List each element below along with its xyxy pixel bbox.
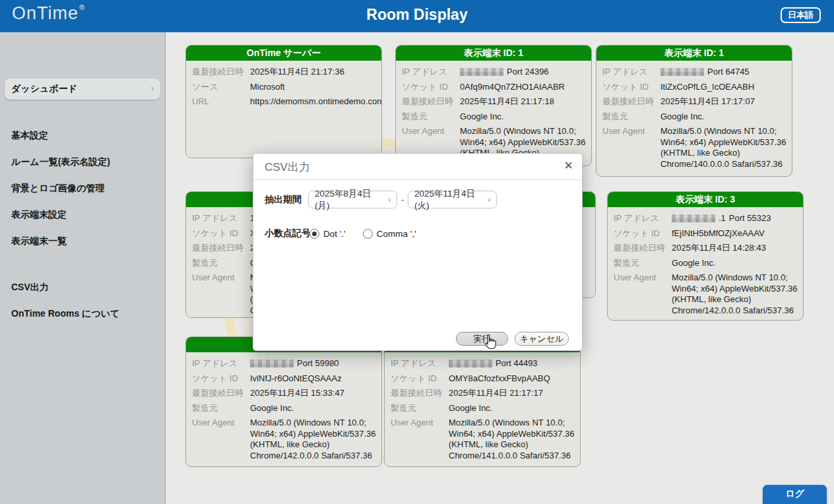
- user-agent-line: (KHTML, like Gecko): [449, 439, 575, 451]
- radio-dot[interactable]: [309, 229, 319, 239]
- field-value: Google Inc.: [660, 111, 705, 123]
- field-label: ソケット ID: [402, 82, 460, 93]
- card-field-row: IP アドレスPort 24396: [402, 67, 586, 78]
- date-to-select[interactable]: 2025年11月4日 (火) ∨: [408, 191, 497, 208]
- user-agent-line: Chrome/140.0.0.0 Safari/537.36: [660, 159, 786, 170]
- port-value: Port 64745: [707, 67, 750, 78]
- close-icon[interactable]: ×: [564, 157, 573, 174]
- card-field-row: User AgentMozilla/5.0 (Windows NT 10.0;W…: [614, 272, 798, 316]
- user-agent-line: Win64; x64) AppleWebKit/537.36: [460, 137, 586, 148]
- user-agent-line: Mozilla/5.0 (Windows NT 10.0;: [460, 126, 586, 137]
- field-label: User Agent: [602, 126, 660, 170]
- sidebar-item[interactable]: OnTime Rooms について: [11, 308, 119, 320]
- user-agent-line: Win64; x64) AppleWebKit/537.36: [250, 429, 376, 440]
- date-from-select[interactable]: 2025年8月4日 (月) ∨: [308, 191, 397, 208]
- field-label: 最新接続日時: [192, 388, 250, 399]
- csv-export-dialog: CSV出力 × 抽出期間 2025年8月4日 (月) ∨ - 2025年11月4…: [253, 153, 583, 351]
- user-agent-line: Chrome/142.0.0.0 Safari/537.36: [672, 305, 798, 317]
- field-value: Microsoft: [250, 82, 285, 93]
- sidebar-item[interactable]: 表示端末一覧: [11, 236, 67, 247]
- field-label: User Agent: [614, 272, 672, 316]
- card-field-row: User AgentMozilla/5.0 (Windows NT 10.0;W…: [602, 126, 786, 170]
- field-value: OMY8aCfozfxxFBvpAABQ: [449, 373, 550, 385]
- field-label: ソース: [192, 82, 250, 93]
- user-agent-line: (KHTML, like Gecko): [250, 439, 376, 451]
- field-value: 2025年11月4日 21:17:18: [460, 96, 554, 108]
- redacted-ip-block: [250, 360, 294, 367]
- field-label: IP アドレス: [391, 358, 449, 369]
- field-value: Port 44493: [449, 358, 538, 369]
- sidebar-item[interactable]: 基本設定: [11, 130, 48, 142]
- user-agent-line: Mozilla/5.0 (Windows NT 10.0;: [250, 418, 376, 429]
- status-card: 表示端末 ID: 1IP アドレスPort 64745ソケット IDItiZxC…: [596, 45, 792, 177]
- card-field-row: 製造元Google Inc.: [402, 111, 586, 123]
- sidebar-item[interactable]: 表示端末設定: [11, 209, 67, 221]
- field-label: 製造元: [391, 403, 449, 414]
- sidebar-item[interactable]: ルーム一覧(表示名設定): [11, 156, 110, 168]
- sidebar-item[interactable]: 背景とロゴ画像の管理: [11, 183, 104, 195]
- field-label: 製造元: [192, 258, 250, 269]
- field-label: User Agent: [391, 418, 449, 461]
- field-value: Google Inc.: [250, 403, 294, 414]
- card-body: 最新接続日時2025年11月4日 21:17:36ソースMicrosoftURL…: [186, 61, 381, 117]
- field-value: Mozilla/5.0 (Windows NT 10.0;Win64; x64)…: [449, 418, 575, 461]
- field-label: ソケット ID: [391, 373, 449, 385]
- port-value: Port 55323: [729, 213, 771, 224]
- card-title: OnTime サーバー: [186, 46, 381, 61]
- field-value: fEjINtH5bMfOZjXeAAAV: [672, 228, 765, 239]
- user-agent-line: Mozilla/5.0 (Windows NT 10.0;: [660, 126, 786, 137]
- field-label: ソケット ID: [614, 228, 672, 239]
- field-label: IP アドレス: [192, 358, 250, 369]
- card-field-row: IP アドレスPort 64745: [602, 67, 786, 78]
- card-field-row: User AgentMozilla/5.0 (Windows NT 10.0;W…: [192, 418, 376, 461]
- field-value: 0Afq9m4Qn7ZHO1AIAABR: [460, 82, 565, 93]
- radio-comma[interactable]: [363, 229, 373, 239]
- field-label: 最新接続日時: [402, 96, 460, 108]
- sidebar-item-selected[interactable]: ダッシュボード›: [5, 79, 160, 100]
- user-agent-line: Win64; x64) AppleWebKit/537.36: [672, 284, 798, 295]
- field-label: IP アドレス: [602, 67, 660, 78]
- card-field-row: 製造元Google Inc.: [192, 403, 376, 414]
- sidebar: ダッシュボード›基本設定ルーム一覧(表示名設定)背景とロゴ画像の管理表示端末設定…: [0, 32, 166, 504]
- redacted-ip-block: [660, 68, 704, 76]
- date-from-value: 2025年8月4日 (月): [315, 188, 387, 212]
- field-label: 製造元: [602, 111, 660, 123]
- field-value: Port 64745: [660, 67, 750, 78]
- language-button[interactable]: 日本語: [781, 7, 821, 23]
- card-field-row: ソケット IDIvlNfJ-r6OoNtEQSAAAz: [192, 373, 376, 385]
- cancel-button[interactable]: キャンセル: [515, 332, 569, 346]
- user-agent-line: (KHTML, like Gecko): [672, 294, 798, 305]
- field-value: 2025年11月4日 21:17:17: [449, 388, 543, 399]
- card-body: IP アドレスPort 24396ソケット ID0Afq9m4Qn7ZHO1AI…: [396, 61, 591, 166]
- sidebar-item[interactable]: CSV出力: [11, 282, 49, 294]
- card-field-row: ソケット IDItiZxCoPfLG_IcOEAABH: [602, 82, 786, 93]
- card-title: 表示端末 ID: 1: [596, 46, 792, 61]
- field-value: 2025年11月4日 17:17:07: [660, 96, 755, 108]
- redacted-ip-block: [460, 68, 503, 76]
- card-field-row: ソケット IDfEjINtH5bMfOZjXeAAAV: [614, 228, 798, 239]
- field-value: Google Inc.: [672, 258, 716, 269]
- dialog-title: CSV出力: [265, 160, 310, 175]
- date-range-separator: -: [401, 195, 404, 205]
- card-body: IP アドレスPort 64745ソケット IDItiZxCoPfLG_IcOE…: [596, 61, 792, 177]
- card-field-row: ソースMicrosoft: [192, 82, 376, 93]
- field-label: 最新接続日時: [391, 388, 449, 399]
- chevron-right-icon: ›: [150, 82, 154, 95]
- card-field-row: 最新接続日時2025年11月4日 21:17:18: [402, 96, 586, 108]
- card-field-row: ソケット ID0Afq9m4Qn7ZHO1AIAABR: [402, 82, 586, 93]
- card-body: IP アドレス.1Port 55323ソケット IDfEjINtH5bMfOZj…: [608, 207, 803, 321]
- log-button[interactable]: ログ: [763, 485, 827, 504]
- card-field-row: 製造元Google Inc.: [391, 403, 575, 414]
- field-label: User Agent: [192, 418, 250, 461]
- page-title: Room Display: [0, 6, 834, 24]
- chevron-down-icon: ∨: [387, 196, 392, 203]
- radio-dot-label: Dot '.': [323, 229, 346, 239]
- field-label: ソケット ID: [192, 373, 250, 385]
- card-field-row: 製造元Google Inc.: [602, 111, 786, 123]
- card-field-row: 最新接続日時2025年11月4日 21:17:17: [391, 388, 575, 399]
- pointer-cursor-icon: [482, 334, 497, 351]
- decimal-symbol-label: 小数点記号: [265, 228, 311, 239]
- card-title: 表示端末 ID: 3: [608, 192, 803, 207]
- status-card: IP アドレスPort 59980ソケット IDIvlNfJ-r6OoNtEQS…: [185, 336, 382, 467]
- status-card: OnTime サーバー最新接続日時2025年11月4日 21:17:36ソースM…: [185, 45, 382, 158]
